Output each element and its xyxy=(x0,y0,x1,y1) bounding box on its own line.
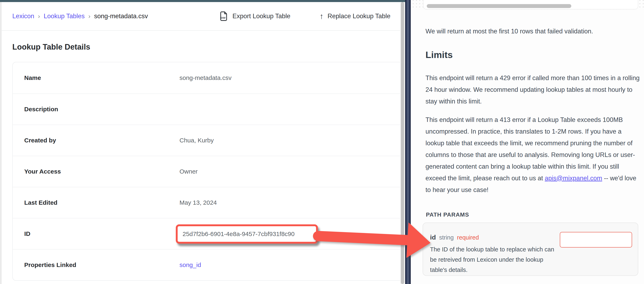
detail-row-name: Name song-metadata.csv xyxy=(13,62,400,93)
replace-lookup-table-button[interactable]: ↑ Replace Lookup Table xyxy=(320,2,390,30)
header-divider xyxy=(2,30,400,31)
row-value: song-metadata.csv xyxy=(180,74,232,81)
apis-mixpanel-email-link[interactable]: apis@mixpanel.com xyxy=(545,175,602,182)
limits-413-paragraph: This endpoint will return a 413 error if… xyxy=(426,114,641,196)
lookup-table-details-card: Name song-metadata.csv Description Creat… xyxy=(12,62,400,281)
breadcrumb-link-lookup-tables[interactable]: Lookup Tables xyxy=(44,12,84,20)
detail-row-last-edited: Last Edited May 13, 2024 xyxy=(13,187,400,218)
row-label: Created by xyxy=(24,137,56,144)
limits-heading: Limits xyxy=(426,50,453,60)
detail-row-description: Description xyxy=(13,93,400,125)
breadcrumb-current-file: song-metadata.csv xyxy=(94,12,148,20)
api-docs-panel: We will return at most the first 10 rows… xyxy=(411,0,644,284)
detail-row-your-access: Your Access Owner xyxy=(13,156,400,187)
param-header: id string required xyxy=(430,234,479,241)
row-label: Description xyxy=(24,106,58,113)
detail-row-properties-linked: Properties Linked song_id xyxy=(13,249,400,280)
param-required-badge: required xyxy=(457,234,479,241)
lexicon-page: Lexicon › Lookup Tables › song-metadata.… xyxy=(2,2,400,284)
row-value: Chua, Kurby xyxy=(180,137,214,144)
limits-429-paragraph: This endpoint will return a 429 error if… xyxy=(426,72,641,107)
breadcrumb-separator-icon: › xyxy=(88,13,90,20)
linked-property-link[interactable]: song_id xyxy=(180,262,201,269)
limits-413-text: This endpoint will return a 413 error if… xyxy=(426,116,635,182)
docs-horizontal-scrollbar-track xyxy=(423,0,638,9)
window-top-strip xyxy=(0,0,405,2)
param-name: id xyxy=(430,234,436,241)
path-params-section-label: PATH PARAMS xyxy=(426,211,469,218)
id-annotation-highlight-box: 25d7f2b6-6901-4e8a-9457-7cbf931f8c90 xyxy=(176,224,318,244)
row-label: Last Edited xyxy=(24,199,58,206)
window-divider-bar xyxy=(405,0,411,284)
page-title: Lookup Table Details xyxy=(12,43,90,51)
export-button-label: Export Lookup Table xyxy=(232,12,290,20)
param-description: The ID of the lookup table to replace wh… xyxy=(430,244,557,275)
row-value: May 13, 2024 xyxy=(180,199,217,206)
row-label: Your Access xyxy=(24,168,61,175)
path-param-card: id string required The ID of the lookup … xyxy=(422,223,638,276)
export-lookup-table-button[interactable]: csv Export Lookup Table xyxy=(219,2,290,30)
detail-row-created-by: Created by Chua, Kurby xyxy=(13,125,400,156)
svg-text:csv: csv xyxy=(221,16,226,19)
row-label: ID xyxy=(24,230,30,237)
docs-intro-paragraph: We will return at most the first 10 rows… xyxy=(426,25,641,37)
left-page-scrollbar-thumb[interactable] xyxy=(401,2,404,284)
page-left-gutter xyxy=(0,2,2,284)
row-value: Owner xyxy=(180,168,198,175)
csv-file-icon: csv xyxy=(219,11,228,21)
breadcrumb: Lexicon › Lookup Tables › song-metadata.… xyxy=(12,2,148,30)
replace-button-label: Replace Lookup Table xyxy=(328,12,390,20)
docs-horizontal-scrollbar-thumb[interactable] xyxy=(427,4,571,8)
breadcrumb-link-lexicon[interactable]: Lexicon xyxy=(12,12,34,20)
row-label: Properties Linked xyxy=(24,262,76,269)
param-type: string xyxy=(439,234,454,241)
row-label: Name xyxy=(24,74,41,81)
breadcrumb-separator-icon: › xyxy=(38,13,40,20)
param-id-input[interactable] xyxy=(560,232,632,248)
lookup-table-id-value: 25d7f2b6-6901-4e8a-9457-7cbf931f8c90 xyxy=(182,231,294,238)
detail-row-id: ID 25d7f2b6-6901-4e8a-9457-7cbf931f8c90 xyxy=(13,218,400,249)
upload-arrow-icon: ↑ xyxy=(320,12,324,20)
